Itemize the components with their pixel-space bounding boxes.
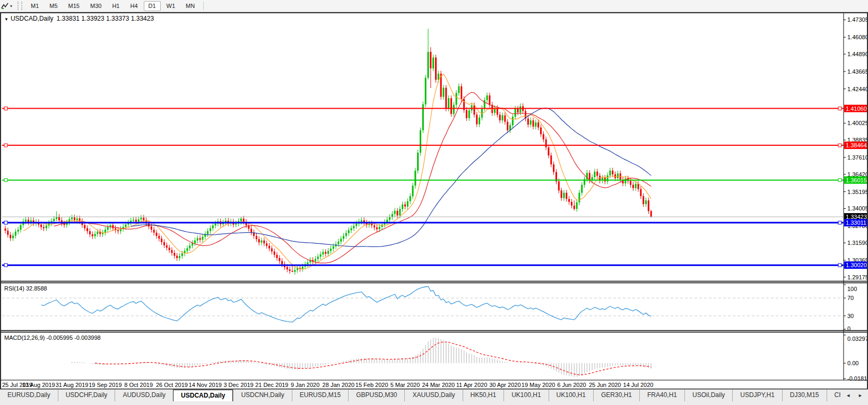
svg-text:1.41060: 1.41060	[846, 105, 867, 112]
svg-text:1.40025: 1.40025	[847, 120, 867, 126]
macd-indicator-label: MACD(12,26,9) -0.005995 -0.003998	[4, 334, 101, 341]
chart-title: ▼USDCAD,Daily1.33831 1.33923 1.33373 1.3…	[4, 15, 154, 22]
chart-tab-ger30-h1[interactable]: GER30,H1	[593, 390, 639, 401]
chart-canvas[interactable]: 1.473051.460801.448901.436651.424401.400…	[1, 13, 867, 389]
svg-text:0.032972: 0.032972	[847, 336, 867, 342]
chart-ohlc-values: 1.33831 1.33923 1.33373 1.33423	[57, 15, 154, 22]
svg-text:1.31590: 1.31590	[847, 240, 867, 246]
dropdown-caret-icon: ▾	[10, 4, 12, 8]
timeframe-button-m1[interactable]: M1	[26, 1, 44, 11]
svg-text:9 Jan 2020: 9 Jan 2020	[291, 382, 319, 388]
price-line-badge-1.41060: 1.41060	[844, 105, 867, 112]
toolbar-grip[interactable]	[18, 2, 22, 10]
svg-text:70: 70	[847, 295, 854, 301]
svg-text:1.29175: 1.29175	[847, 274, 867, 280]
timeframe-button-m5[interactable]: M5	[45, 1, 62, 11]
svg-text:1.35195: 1.35195	[847, 189, 867, 195]
svg-text:1.36015: 1.36015	[846, 177, 867, 183]
svg-text:100: 100	[847, 286, 857, 292]
tab-scroll-left-icon[interactable]: ◄	[846, 393, 850, 398]
svg-text:21 Dec 2019: 21 Dec 2019	[255, 382, 288, 388]
svg-text:1.43665: 1.43665	[847, 68, 867, 75]
chart-tab-gbpusd-m30[interactable]: GBPUSD,M30	[348, 390, 404, 401]
chart-tab-usdcnh-daily[interactable]: USDCNH,Daily	[233, 390, 291, 401]
timeframe-button-h4[interactable]: H4	[125, 1, 142, 11]
svg-text:31 Aug 2019: 31 Aug 2019	[56, 382, 89, 388]
tab-scroll-right-icon[interactable]: ►	[858, 393, 863, 398]
chart-symbol-label: USDCAD,Daily	[11, 15, 54, 22]
svg-text:1.46080: 1.46080	[847, 34, 867, 40]
chart-tab-bar: EURUSD,DailyUSDCHF,DailyAUDUSD,DailyUSDC…	[0, 389, 868, 405]
chart-tab-usdcad-daily[interactable]: USDCAD,Daily	[173, 390, 233, 401]
svg-text:1.44890: 1.44890	[847, 51, 867, 57]
svg-text:-0.01815: -0.01815	[847, 375, 867, 382]
price-line-1.30020[interactable]	[2, 263, 844, 267]
tab-scroll-controls: ◄ ►	[840, 390, 868, 401]
chart-tab-dj30-m15[interactable]: DJ30,M15	[782, 390, 827, 401]
chart-tab-fra40-h1[interactable]: FRA40,H1	[639, 390, 684, 401]
svg-text:1.37610: 1.37610	[847, 154, 867, 161]
price-line-1.38464[interactable]	[2, 144, 844, 147]
svg-text:13 Aug 2019: 13 Aug 2019	[22, 382, 55, 388]
svg-text:1.30020: 1.30020	[846, 262, 867, 268]
svg-text:5 Mar 2020: 5 Mar 2020	[390, 382, 420, 388]
svg-text:1.38464: 1.38464	[846, 142, 867, 148]
price-line-badge-1.36015: 1.36015	[844, 177, 867, 184]
svg-text:19 May 2020: 19 May 2020	[522, 382, 555, 388]
toolbar-separator	[203, 2, 204, 10]
timeframe-button-m15[interactable]: M15	[64, 1, 84, 11]
svg-text:3 Dec 2019: 3 Dec 2019	[223, 382, 253, 388]
date-axis: 25 Jul 201913 Aug 201931 Aug 201919 Sep …	[2, 382, 653, 388]
price-line-badge-1.38464: 1.38464	[844, 142, 867, 149]
chart-tab-hk50-h1[interactable]: HK50,H1	[463, 390, 504, 401]
collapse-caret-icon[interactable]: ▼	[4, 17, 8, 22]
price-line-1.36015[interactable]	[2, 179, 844, 182]
svg-text:11 Apr 2020: 11 Apr 2020	[456, 382, 488, 388]
chart-tab-usoil-daily[interactable]: USOil,Daily	[684, 390, 732, 401]
chart-tab-eurusd-daily[interactable]: EURUSD,Daily	[0, 390, 58, 401]
timeframe-button-d1[interactable]: D1	[144, 1, 161, 11]
svg-text:25 Jun 2020: 25 Jun 2020	[589, 382, 621, 388]
ma-fast-line	[23, 74, 651, 269]
chart-tabs: EURUSD,DailyUSDCHF,DailyAUDUSD,DailyUSDC…	[0, 390, 840, 401]
svg-text:14 Nov 2019: 14 Nov 2019	[189, 382, 222, 388]
chart-tab-uk100-h1[interactable]: UK100,H1	[549, 390, 593, 401]
price-line-badge-1.33011: 1.33011	[844, 219, 867, 226]
svg-text:24 Mar 2020: 24 Mar 2020	[422, 382, 455, 388]
svg-text:14 Jul 2020: 14 Jul 2020	[623, 382, 654, 388]
rsi-indicator-label: RSI(14) 32.8588	[4, 285, 47, 292]
macd-signal-line	[95, 342, 651, 375]
rsi-axis: 10070300	[844, 285, 857, 332]
timeframe-button-h1[interactable]: H1	[107, 1, 124, 11]
chart-tab-uk100-h1[interactable]: UK100,H1	[504, 390, 548, 401]
rsi-line	[41, 286, 652, 322]
chart-tab-usdjpy-h1[interactable]: USDJPY,H1	[732, 390, 782, 401]
svg-text:19 Sep 2019: 19 Sep 2019	[89, 382, 121, 388]
chart-tab-audusd-daily[interactable]: AUDUSD,Daily	[115, 390, 173, 401]
svg-text:15 Feb 2020: 15 Feb 2020	[355, 382, 388, 388]
timeframe-button-mn[interactable]: MN	[181, 1, 199, 11]
chart-pointer-tool[interactable]: ▾	[0, 2, 14, 10]
ma-slow-line	[131, 108, 651, 247]
ma-mid-line	[54, 92, 651, 263]
svg-text:1.33011: 1.33011	[846, 219, 866, 226]
chart-tab-xauusd-daily[interactable]: XAUUSD,Daily	[404, 390, 462, 401]
chart-window[interactable]: ▼USDCAD,Daily1.33831 1.33923 1.33373 1.3…	[0, 12, 868, 390]
timeframe-buttons: M1M5M15M30H1H4D1W1MN	[25, 1, 200, 11]
svg-text:6 Jun 2020: 6 Jun 2020	[557, 382, 586, 388]
candlestick-series	[5, 29, 652, 275]
svg-text:26 Oct 2019: 26 Oct 2019	[156, 382, 188, 388]
svg-text:28 Jan 2020: 28 Jan 2020	[323, 382, 355, 388]
svg-text:30 Apr 2020: 30 Apr 2020	[489, 382, 520, 388]
timeframe-button-m30[interactable]: M30	[85, 1, 106, 11]
chart-pointer-icon	[1, 2, 8, 10]
svg-text:1.47305: 1.47305	[847, 16, 867, 23]
chart-tab-usdchf-daily[interactable]: USDCHF,Daily	[58, 390, 115, 401]
chart-tab-china300-h4[interactable]: CHINA300,H4	[827, 390, 841, 401]
svg-text:0: 0	[847, 325, 850, 332]
price-line-badge-1.30020: 1.30020	[844, 261, 867, 269]
svg-text:1.42440: 1.42440	[847, 86, 867, 92]
timeframe-button-w1[interactable]: W1	[162, 1, 180, 11]
svg-text:1.34005: 1.34005	[847, 205, 867, 212]
chart-tab-eurusd-m15[interactable]: EURUSD,M15	[292, 390, 348, 401]
